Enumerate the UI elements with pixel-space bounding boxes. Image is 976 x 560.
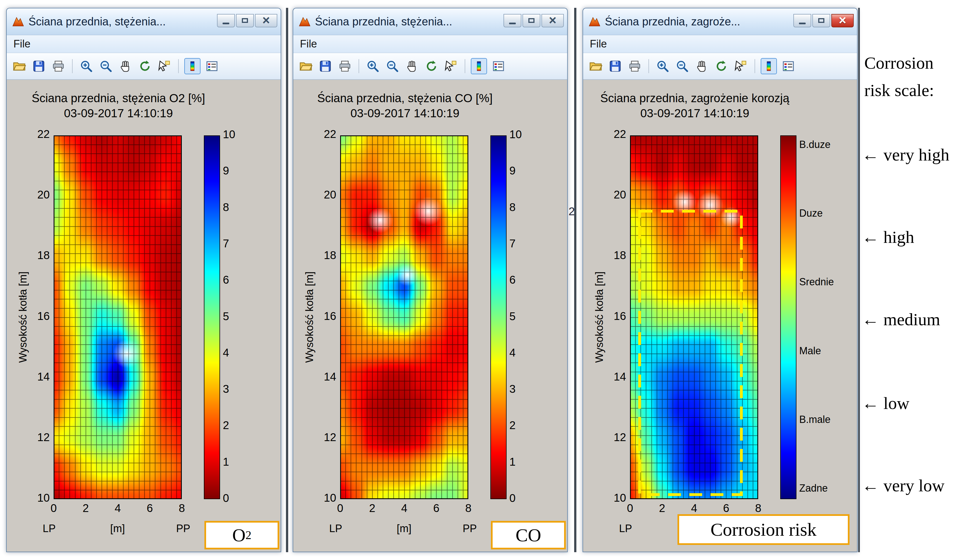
colorbar-toggle-icon[interactable]	[184, 58, 200, 74]
colorbar-tick-label: Zadne	[799, 482, 828, 494]
rotate-3d-icon[interactable]	[423, 58, 440, 74]
x-tick-label: 8	[169, 502, 194, 515]
restore-icon	[242, 18, 248, 23]
plot-title: Ściana przednia, zagrożenie korozją	[594, 92, 795, 105]
open-icon[interactable]	[298, 58, 314, 74]
colorbar-tick-label: 9	[509, 165, 516, 177]
x-axis-right-label: PP	[172, 523, 194, 535]
restore-button[interactable]	[236, 14, 254, 27]
save-icon[interactable]	[317, 58, 334, 74]
zoom-in-icon[interactable]	[78, 58, 94, 74]
scale-arrow-very-high: ← very high	[862, 145, 949, 165]
x-tick-label: 2	[360, 502, 385, 515]
legend-toggle-icon[interactable]	[204, 58, 220, 74]
toolbar-separator	[178, 59, 179, 73]
save-icon[interactable]	[31, 58, 47, 74]
pan-icon[interactable]	[694, 58, 710, 74]
colorbar-tick-label: 1	[509, 456, 516, 468]
window-controls: ×	[502, 14, 564, 27]
y-tick-label: 16	[596, 310, 626, 322]
figure-window[interactable]: Ściana przednia, stężenia... × File	[293, 8, 568, 552]
heatmap-canvas[interactable]	[630, 135, 758, 499]
legend-toggle-icon[interactable]	[780, 58, 796, 74]
restore-button[interactable]	[812, 14, 830, 27]
zoom-out-icon[interactable]	[98, 58, 114, 74]
zoom-in-icon[interactable]	[365, 58, 381, 74]
print-icon[interactable]	[337, 58, 353, 74]
open-icon[interactable]	[587, 58, 604, 74]
colorbar-mini-icon	[190, 62, 194, 71]
colorbar-toggle-icon[interactable]	[471, 58, 487, 74]
colorbar-tick-label: 5	[509, 310, 516, 323]
rotate-3d-icon[interactable]	[137, 58, 153, 74]
data-cursor-icon[interactable]	[157, 58, 173, 74]
data-cursor-icon[interactable]	[443, 58, 459, 74]
background-window-edge	[286, 8, 288, 552]
figure-window[interactable]: Ściana przednia, stężenia... × File	[6, 8, 281, 552]
x-tick-label: 6	[137, 502, 162, 515]
colorbar-tick-label: 3	[509, 383, 516, 395]
close-button[interactable]: ×	[831, 14, 854, 27]
window-title: Ściana przednia, zagroże...	[605, 15, 792, 28]
toolbar-separator	[754, 59, 755, 73]
pan-icon[interactable]	[117, 58, 133, 74]
heatmap-canvas[interactable]	[53, 135, 182, 499]
colorbar-tick-label: 1	[223, 456, 229, 468]
window-titlebar[interactable]: Ściana przednia, stężenia... ×	[293, 8, 567, 35]
data-cursor-icon[interactable]	[733, 58, 749, 74]
plot-subtitle: 03-09-2017 14:10:19	[304, 107, 506, 120]
window-titlebar[interactable]: Ściana przednia, stężenia... ×	[7, 8, 281, 35]
pan-icon[interactable]	[404, 58, 420, 74]
zoom-out-icon[interactable]	[674, 58, 690, 74]
figure-window[interactable]: Ściana przednia, zagroże... × File	[582, 8, 858, 552]
close-button[interactable]: ×	[255, 14, 277, 27]
y-tick-label: 12	[19, 431, 50, 443]
y-tick-label: 12	[596, 431, 626, 443]
y-tick-label: 16	[19, 310, 50, 322]
window-title: Ściana przednia, stężenia...	[315, 15, 502, 28]
restore-button[interactable]	[522, 14, 541, 27]
colorbar-toggle-icon[interactable]	[761, 58, 777, 74]
close-icon: ×	[549, 14, 557, 27]
minimize-button[interactable]	[504, 14, 521, 27]
colorbar-tick-label: 10	[223, 128, 235, 141]
x-tick-label: 2	[73, 502, 98, 515]
plot-badge: Corrosion risk	[677, 514, 849, 545]
close-button[interactable]: ×	[542, 14, 564, 27]
toolbar-separator	[649, 59, 649, 73]
x-tick-label: 4	[105, 502, 130, 515]
x-tick-label: 8	[456, 502, 481, 515]
plot-badge: CO	[491, 521, 566, 549]
window-titlebar[interactable]: Ściana przednia, zagroże... ×	[583, 8, 857, 35]
print-icon[interactable]	[50, 58, 67, 74]
y-tick-label: 12	[305, 431, 336, 443]
close-icon: ×	[839, 14, 846, 27]
close-icon: ×	[262, 14, 270, 27]
file-menu[interactable]: File	[13, 38, 30, 50]
scale-arrow-low: ← low	[862, 393, 909, 413]
zoom-out-icon[interactable]	[384, 58, 400, 74]
file-menu[interactable]: File	[590, 38, 607, 50]
toolbar	[583, 53, 857, 80]
menubar: File	[583, 35, 857, 53]
colorbar-tick-label: 8	[509, 201, 516, 213]
matlab-icon	[298, 15, 311, 28]
print-icon[interactable]	[627, 58, 643, 74]
legend-toggle-icon[interactable]	[491, 58, 507, 74]
save-icon[interactable]	[607, 58, 623, 74]
minimize-button[interactable]	[217, 14, 235, 27]
badge-text: O	[232, 525, 246, 546]
rotate-3d-icon[interactable]	[713, 58, 729, 74]
heatmap-canvas[interactable]	[340, 135, 468, 499]
x-axis-left-label: LP	[38, 523, 60, 535]
plot-title: Ściana przednia, stężenia O2 [%]	[18, 92, 219, 105]
colorbar-tick-label: 4	[223, 347, 229, 359]
open-icon[interactable]	[11, 58, 27, 74]
zoom-in-icon[interactable]	[654, 58, 671, 74]
y-tick-label: 22	[19, 128, 50, 140]
minimize-button[interactable]	[793, 14, 811, 27]
scale-arrow-very-low: ← very low	[862, 476, 944, 495]
file-menu[interactable]: File	[300, 38, 317, 50]
plot-subtitle: 03-09-2017 14:10:19	[18, 107, 219, 120]
matlab-icon	[12, 15, 25, 28]
